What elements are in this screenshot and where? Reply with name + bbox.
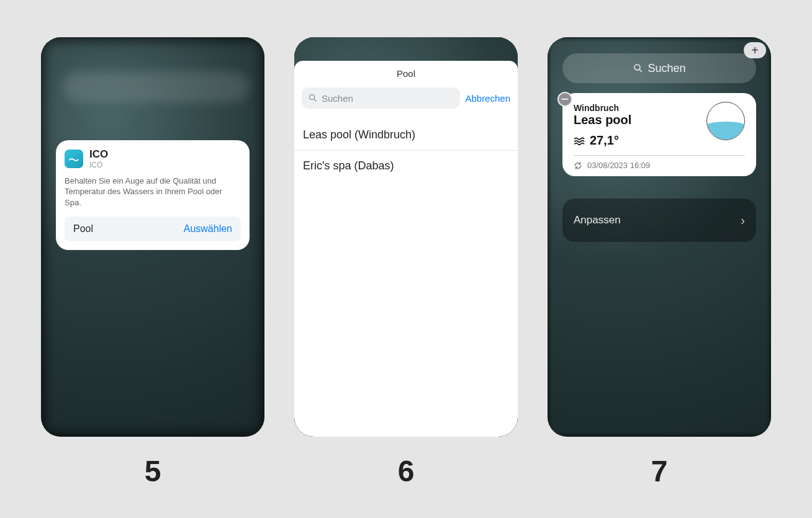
search-icon [633, 63, 644, 74]
svg-line-1 [314, 99, 316, 101]
step-number: 6 [294, 454, 518, 488]
pool-level-icon [706, 102, 745, 140]
row-label: Pool [73, 223, 93, 234]
sheet-title: Pool [294, 68, 518, 79]
picker-sheet: Pool Suchen Abbrechen Leas pool (Windbru… [294, 61, 518, 437]
svg-line-3 [640, 69, 643, 72]
widget-pool-name: Leas pool [574, 113, 631, 127]
temperature-value: 27,1° [590, 133, 619, 148]
search-label: Suchen [647, 62, 685, 75]
phone-screen-5: ICO ICO Behalten Sie ein Auge auf die Qu… [41, 37, 264, 437]
blurred-search-hint [63, 71, 249, 102]
search-placeholder: Suchen [322, 93, 353, 104]
water-wave-icon [574, 136, 586, 146]
plus-icon: + [751, 43, 759, 58]
svg-point-2 [634, 65, 640, 70]
refresh-icon [574, 161, 582, 170]
search-input[interactable]: Suchen [302, 87, 460, 109]
step-number: 7 [548, 454, 771, 488]
app-subtitle: ICO [89, 161, 108, 169]
minus-icon: − [561, 92, 569, 106]
chevron-right-icon: › [741, 213, 745, 228]
cancel-button[interactable]: Abbrechen [465, 93, 510, 104]
app-title: ICO [89, 149, 108, 161]
select-action: Auswählen [184, 223, 232, 234]
pool-widget[interactable]: Windbruch Leas pool 27,1° [562, 93, 756, 176]
search-icon [308, 93, 318, 103]
today-search-bar[interactable]: Suchen [562, 53, 756, 83]
phone-screen-6: Pool Suchen Abbrechen Leas pool (Windbru… [294, 37, 518, 437]
list-item[interactable]: Eric's spa (Dabas) [294, 151, 518, 181]
divider [574, 155, 745, 156]
phone-screen-7: + Suchen − Windbruch Leas pool [548, 37, 771, 437]
remove-widget-button[interactable]: − [557, 92, 572, 107]
last-update-timestamp: 03/08/2023 16:09 [587, 161, 650, 170]
pool-selector-row[interactable]: Pool Auswählen [65, 217, 241, 241]
widget-description: Behalten Sie ein Auge auf die Qualität u… [65, 176, 241, 208]
customize-label: Anpassen [574, 214, 621, 226]
svg-point-0 [310, 95, 315, 100]
app-icon [65, 150, 83, 168]
widget-config-card: ICO ICO Behalten Sie ein Auge auf die Qu… [56, 140, 250, 250]
customize-button[interactable]: Anpassen › [562, 199, 756, 242]
step-number: 5 [41, 454, 264, 488]
list-item[interactable]: Leas pool (Windbruch) [294, 120, 518, 151]
